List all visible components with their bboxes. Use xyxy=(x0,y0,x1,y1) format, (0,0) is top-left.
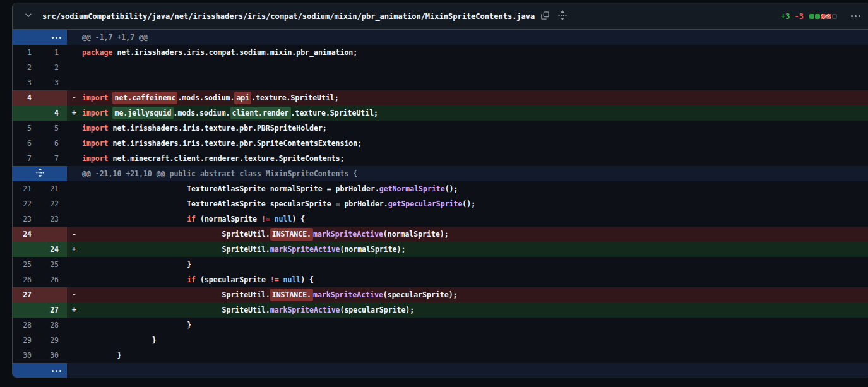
old-line-number[interactable]: 6 xyxy=(13,136,40,151)
new-line-number[interactable] xyxy=(40,227,67,242)
new-line-number[interactable]: 22 xyxy=(40,196,67,211)
old-line-number[interactable]: 5 xyxy=(13,121,40,136)
collapse-file-button[interactable] xyxy=(20,8,37,25)
code-line: import net.minecraft.client.renderer.tex… xyxy=(82,151,868,166)
old-line-number[interactable]: 29 xyxy=(13,333,40,348)
code-line: SpriteUtil.markSpriteActive(specularSpri… xyxy=(82,302,868,318)
new-line-number[interactable]: 24 xyxy=(40,242,67,257)
expand-hunk-button[interactable] xyxy=(13,166,67,181)
old-line-number[interactable]: 7 xyxy=(13,151,40,166)
old-line-number[interactable]: 26 xyxy=(13,272,40,287)
old-line-number[interactable]: 2 xyxy=(13,60,40,75)
code-segment: import xyxy=(82,124,109,133)
new-line-number[interactable]: 21 xyxy=(40,181,67,196)
diff-marker: - xyxy=(67,90,82,105)
diffstat-block-add xyxy=(815,14,820,19)
diffstat-block-add xyxy=(809,14,814,19)
diff-row: 66import net.irisshaders.iris.texture.pb… xyxy=(13,136,868,151)
old-line-number[interactable]: 21 xyxy=(13,181,40,196)
code-segment: } xyxy=(82,336,157,345)
code-segment: } xyxy=(82,351,121,360)
new-line-number[interactable]: 6 xyxy=(40,136,67,151)
old-line-number[interactable] xyxy=(13,302,40,318)
code-segment: (normalSprite); xyxy=(383,230,449,239)
hunk-header-text: @@ -21,10 +21,10 @@ public abstract clas… xyxy=(67,166,868,181)
code-line: if (normalSprite != null) { xyxy=(82,211,868,227)
code-segment: import xyxy=(82,154,109,163)
diff-row: 24- SpriteUtil.INSTANCE.markSpriteActive… xyxy=(13,227,868,242)
code-line: import net.caffeinemc.mods.sodium.api.te… xyxy=(82,90,868,105)
code-segment: getNormalSprite xyxy=(379,184,445,193)
ellipsis-expand-icon xyxy=(50,37,61,39)
old-line-number[interactable]: 28 xyxy=(13,318,40,333)
code-segment: markSpriteActive xyxy=(270,245,340,254)
expand-row xyxy=(13,363,868,378)
code-segment: (normalSprite); xyxy=(340,245,406,254)
code-segment: INSTANCE. xyxy=(270,289,313,301)
expand-hunk-button[interactable] xyxy=(13,30,67,45)
code-line: package net.irisshaders.iris.compat.sodi… xyxy=(82,45,868,60)
new-line-number[interactable]: 25 xyxy=(40,257,67,272)
new-line-number[interactable]: 30 xyxy=(40,348,67,363)
code-segment: client.render xyxy=(230,107,291,119)
code-segment: me.jellysquid xyxy=(112,107,173,119)
code-line xyxy=(82,75,868,90)
diff-marker: + xyxy=(67,242,82,257)
diff-row: 27+ SpriteUtil.markSpriteActive(specular… xyxy=(13,302,868,318)
code-segment: (specularSprite); xyxy=(383,290,458,299)
old-line-number[interactable] xyxy=(13,105,40,121)
new-line-number[interactable]: 23 xyxy=(40,211,67,227)
new-line-number[interactable]: 3 xyxy=(40,75,67,90)
new-line-number[interactable] xyxy=(40,90,67,105)
diff-row: 4+import me.jellysquid.mods.sodium.clien… xyxy=(13,105,868,121)
old-line-number[interactable]: 1 xyxy=(13,45,40,60)
code-segment: package xyxy=(82,48,112,57)
old-line-number[interactable] xyxy=(13,242,40,257)
diff-row: 55import net.irisshaders.iris.texture.pb… xyxy=(13,121,868,136)
new-line-number[interactable] xyxy=(40,287,67,302)
diff-marker xyxy=(67,272,82,287)
old-line-number[interactable]: 25 xyxy=(13,257,40,272)
old-line-number[interactable]: 3 xyxy=(13,75,40,90)
old-line-number[interactable]: 27 xyxy=(13,287,40,302)
diff-row: 2929 } xyxy=(13,333,868,348)
new-line-number[interactable]: 27 xyxy=(40,302,67,318)
diff-marker xyxy=(67,121,82,136)
old-line-number[interactable]: 4 xyxy=(13,90,40,105)
hunk-header-row: @@ -21,10 +21,10 @@ public abstract clas… xyxy=(13,166,868,181)
diff-row: 4-import net.caffeinemc.mods.sodium.api.… xyxy=(13,90,868,105)
page: { "colors": { "page_bg": "#0a0d12", "car… xyxy=(0,0,868,387)
new-line-number[interactable]: 1 xyxy=(40,45,67,60)
code-segment: ) { xyxy=(300,275,314,284)
new-line-number[interactable]: 28 xyxy=(40,318,67,333)
new-line-number[interactable]: 5 xyxy=(40,121,67,136)
diff-marker: + xyxy=(67,302,82,318)
code-line: } xyxy=(82,348,868,363)
diff-marker: - xyxy=(67,287,82,302)
new-line-number[interactable]: 7 xyxy=(40,151,67,166)
new-line-number[interactable]: 26 xyxy=(40,272,67,287)
hunk-header-text: @@ -1,7 +1,7 @@ xyxy=(67,30,868,45)
diff-marker xyxy=(67,151,82,166)
old-line-number[interactable]: 30 xyxy=(13,348,40,363)
expand-file-button[interactable] xyxy=(555,9,570,24)
file-options-button[interactable] xyxy=(847,9,862,24)
diff-header: src/sodiumCompatibility/java/net/irissha… xyxy=(13,3,868,30)
new-line-number[interactable]: 2 xyxy=(40,60,67,75)
diffstat-block-del xyxy=(821,14,826,19)
old-line-number[interactable]: 22 xyxy=(13,196,40,211)
code-segment: .texture.SpriteUtil; xyxy=(251,93,338,102)
code-segment: .mods.sodium. xyxy=(177,93,234,102)
code-line: import net.irisshaders.iris.texture.pbr.… xyxy=(82,136,868,151)
code-segment: (specularSprite xyxy=(196,275,270,284)
new-line-number[interactable]: 29 xyxy=(40,333,67,348)
code-segment: if xyxy=(187,215,196,223)
code-segment: api xyxy=(234,92,251,104)
old-line-number[interactable]: 23 xyxy=(13,211,40,227)
old-line-number[interactable]: 24 xyxy=(13,227,40,242)
code-segment: ) { xyxy=(292,215,305,223)
expand-hunk-button[interactable] xyxy=(13,363,67,378)
diff-marker xyxy=(67,196,82,211)
copy-path-button[interactable] xyxy=(537,9,552,24)
new-line-number[interactable]: 4 xyxy=(40,105,67,121)
